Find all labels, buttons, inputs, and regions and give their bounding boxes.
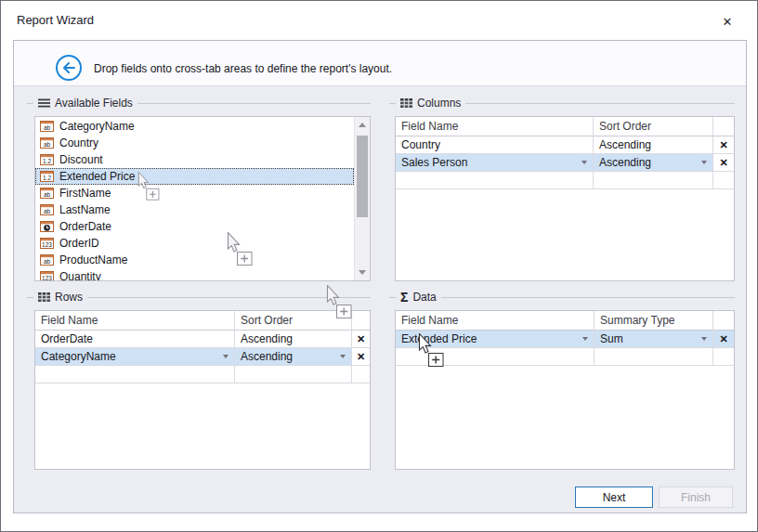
table-row: OrderDateAscending✕ bbox=[35, 331, 370, 348]
close-icon[interactable]: ✕ bbox=[716, 11, 738, 32]
text-field-icon: ab bbox=[40, 137, 54, 149]
field-name-cell[interactable]: Extended Price bbox=[396, 331, 595, 348]
field-item-label: Extended Price bbox=[59, 170, 135, 183]
empty-row bbox=[35, 366, 370, 383]
empty-cell bbox=[594, 172, 713, 189]
scroll-down-button[interactable] bbox=[355, 265, 370, 280]
empty-row bbox=[396, 348, 734, 366]
available-fields-caption: Available Fields bbox=[27, 96, 371, 110]
field-item[interactable]: 123Quantity bbox=[35, 268, 354, 281]
rows-label: Rows bbox=[55, 291, 83, 304]
dropdown-arrow-icon[interactable] bbox=[582, 161, 587, 164]
empty-cell bbox=[595, 348, 713, 366]
number-field-icon: 1.2 bbox=[40, 154, 54, 165]
field-item[interactable]: 1.2Discount bbox=[35, 151, 354, 168]
triangle-down-icon bbox=[359, 270, 366, 275]
scrollbar-thumb[interactable] bbox=[357, 136, 368, 217]
text-field-icon: ab bbox=[40, 188, 54, 199]
svg-text:1.2: 1.2 bbox=[43, 158, 51, 164]
column-header: Summary Type bbox=[595, 311, 713, 331]
field-item[interactable]: abCategoryName bbox=[35, 118, 354, 135]
rows-drop-area: Field NameSort OrderOrderDateAscending✕C… bbox=[34, 310, 371, 470]
available-fields-label: Available Fields bbox=[55, 97, 133, 110]
column-header-empty bbox=[713, 117, 734, 136]
data-label: Data bbox=[412, 291, 436, 304]
next-button[interactable]: Next bbox=[575, 487, 653, 508]
back-button[interactable] bbox=[56, 55, 82, 81]
field-item-label: Quantity bbox=[59, 270, 101, 281]
column-header: Field Name bbox=[35, 311, 235, 331]
svg-text:ab: ab bbox=[44, 208, 51, 214]
rows-caption: Rows bbox=[27, 290, 371, 305]
scroll-up-button[interactable] bbox=[355, 117, 370, 133]
finish-button[interactable]: Finish bbox=[659, 487, 733, 508]
remove-row-button[interactable]: ✕ bbox=[713, 154, 734, 172]
table-row: Sales PersonAscending✕ bbox=[396, 154, 734, 172]
svg-text:ab: ab bbox=[44, 191, 51, 198]
dropdown-arrow-icon[interactable] bbox=[701, 337, 707, 341]
sigma-icon: Σ bbox=[400, 292, 408, 303]
available-fields-list: abCategoryName abCountry 1.2Discount 1.2… bbox=[34, 116, 371, 281]
empty-cell bbox=[35, 366, 235, 383]
sort-order-cell[interactable]: Ascending bbox=[235, 331, 352, 348]
columns-caption: Columns bbox=[389, 96, 735, 110]
date-field-icon bbox=[40, 221, 54, 232]
columns-label: Columns bbox=[417, 97, 461, 110]
remove-row-button[interactable]: ✕ bbox=[352, 331, 370, 348]
field-item[interactable]: abCountry bbox=[35, 135, 354, 151]
field-item[interactable]: abProductName bbox=[35, 252, 354, 268]
dropdown-arrow-icon[interactable] bbox=[223, 355, 229, 358]
svg-text:ab: ab bbox=[44, 124, 51, 131]
empty-cell bbox=[235, 366, 352, 383]
text-field-icon: ab bbox=[40, 204, 54, 215]
integer-field-icon: 123 bbox=[40, 271, 54, 281]
text-field-icon: ab bbox=[40, 254, 54, 266]
field-item[interactable]: 1.2Extended Price bbox=[35, 168, 354, 185]
table-row: Extended PriceSum✕ bbox=[396, 331, 734, 348]
dialog-title: Report Wizard bbox=[17, 13, 94, 27]
column-header-empty bbox=[352, 311, 370, 331]
column-header: Sort Order bbox=[235, 311, 352, 331]
empty-cell bbox=[396, 172, 594, 189]
grid-icon bbox=[38, 292, 50, 302]
field-item[interactable]: abLastName bbox=[35, 201, 354, 218]
sort-order-cell[interactable]: Ascending bbox=[594, 136, 713, 154]
dropdown-arrow-icon[interactable] bbox=[701, 161, 707, 164]
text-field-icon: ab bbox=[40, 121, 54, 132]
empty-cell bbox=[396, 348, 595, 366]
triangle-up-icon bbox=[359, 123, 366, 127]
svg-text:123: 123 bbox=[42, 241, 52, 248]
table-row: CategoryNameAscending✕ bbox=[35, 348, 370, 366]
field-name-cell[interactable]: Country bbox=[396, 136, 594, 154]
svg-text:123: 123 bbox=[42, 275, 52, 281]
field-item-label: FirstName bbox=[59, 187, 111, 200]
field-item-label: CategoryName bbox=[59, 120, 135, 133]
field-name-cell[interactable]: OrderDate bbox=[35, 331, 235, 348]
field-item[interactable]: 123OrderID bbox=[35, 235, 354, 252]
field-item-label: LastName bbox=[59, 203, 111, 216]
remove-row-button[interactable]: ✕ bbox=[713, 136, 734, 154]
field-name-cell[interactable]: Sales Person bbox=[396, 154, 594, 172]
sort-order-cell[interactable]: Ascending bbox=[235, 348, 352, 366]
dropdown-arrow-icon[interactable] bbox=[582, 337, 588, 341]
svg-text:ab: ab bbox=[44, 258, 51, 265]
left-arrow-icon bbox=[62, 62, 75, 73]
field-list-icon bbox=[38, 98, 50, 108]
dropdown-arrow-icon[interactable] bbox=[340, 355, 346, 358]
field-item-label: OrderID bbox=[59, 237, 99, 250]
field-item[interactable]: abFirstName bbox=[35, 185, 354, 201]
columns-drop-area: Field NameSort OrderCountryAscending✕Sal… bbox=[395, 116, 735, 281]
field-item[interactable]: OrderDate bbox=[35, 218, 354, 235]
sort-order-cell[interactable]: Ascending bbox=[594, 154, 713, 172]
remove-row-button[interactable]: ✕ bbox=[352, 348, 370, 366]
sort-order-cell[interactable]: Sum bbox=[595, 331, 713, 348]
column-header: Field Name bbox=[396, 311, 595, 331]
remove-row-button[interactable]: ✕ bbox=[713, 331, 734, 348]
empty-cell bbox=[713, 348, 734, 366]
field-name-cell[interactable]: CategoryName bbox=[35, 348, 235, 366]
scrollbar[interactable] bbox=[354, 117, 370, 280]
data-caption: Σ Data bbox=[389, 290, 735, 305]
report-wizard-dialog: Report Wizard ✕ Drop fields onto cross-t… bbox=[0, 0, 758, 532]
svg-text:1.2: 1.2 bbox=[43, 175, 51, 181]
field-item-label: ProductName bbox=[59, 253, 127, 266]
